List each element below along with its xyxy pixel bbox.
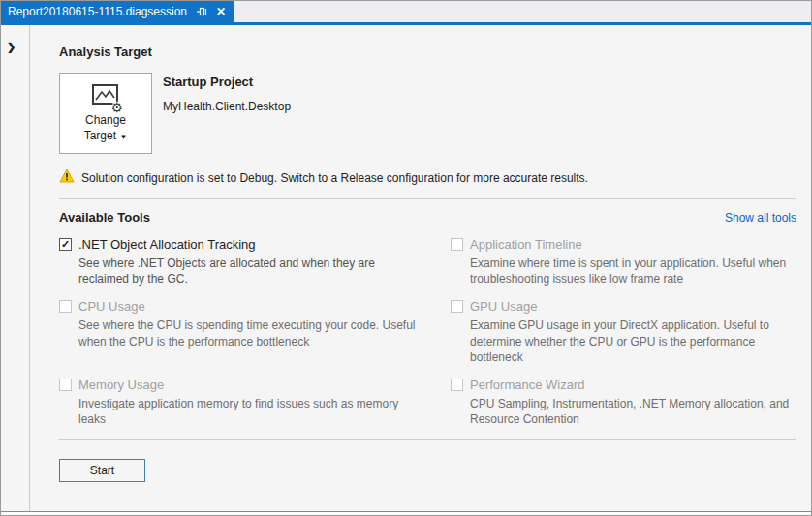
application-timeline-checkbox[interactable] [451, 238, 463, 251]
start-button[interactable]: Start [59, 459, 145, 482]
target-project-name: MyHealth.Client.Desktop [163, 100, 291, 113]
change-target-button[interactable]: ⚙ Change Target ▼ [59, 73, 152, 154]
window-bottom-edge [1, 511, 811, 515]
expand-panel-chevron-icon[interactable]: ❯ [7, 41, 29, 53]
tool-label: Memory Usage [78, 378, 164, 392]
tool-description: See where .NET Objects are allocated and… [78, 256, 423, 287]
tool-description: CPU Sampling, Instrumentation, .NET Memo… [470, 396, 796, 427]
show-all-tools-link[interactable]: Show all tools [725, 211, 796, 225]
content-area: ❯ Analysis Target ⚙ Change Target [1, 25, 811, 511]
available-tools-header: Available Tools Show all tools [59, 210, 796, 225]
tool-application-timeline: Application Timeline Examine where time … [451, 237, 796, 287]
tool-performance-wizard: Performance Wizard CPU Sampling, Instrum… [451, 378, 796, 427]
target-type-heading: Startup Project [163, 75, 291, 89]
tools-grid: ✓ .NET Object Allocation Tracking See wh… [59, 237, 796, 427]
target-row: ⚙ Change Target ▼ Startup Project MyHeal… [59, 73, 796, 154]
configuration-warning: Solution configuration is set to Debug. … [59, 168, 796, 187]
tool-head: CPU Usage [59, 299, 423, 314]
target-image-gear-icon: ⚙ [91, 83, 120, 110]
tool-label: CPU Usage [78, 299, 145, 314]
dropdown-caret-icon: ▼ [119, 133, 127, 141]
start-row: Start [59, 459, 796, 482]
net-object-allocation-checkbox[interactable]: ✓ [59, 238, 72, 251]
tool-description: Investigate application memory to find i… [78, 396, 423, 427]
tool-gpu-usage: GPU Usage Examine GPU usage in your Dire… [451, 299, 796, 365]
close-icon[interactable]: ✕ [216, 6, 226, 17]
collapsed-side-panel: ❯ [1, 25, 30, 511]
tool-description: See where the CPU is spending time execu… [78, 318, 423, 349]
document-tab-strip: Report20180615-1115.diagsession ✕ [1, 1, 811, 22]
warning-triangle-icon [59, 168, 75, 187]
tool-head: GPU Usage [451, 299, 796, 314]
tool-head: Memory Usage [59, 378, 423, 392]
diagnostics-window: Report20180615-1115.diagsession ✕ ❯ Anal… [0, 0, 812, 516]
gpu-usage-checkbox[interactable] [451, 300, 463, 313]
tool-label[interactable]: .NET Object Allocation Tracking [78, 237, 256, 252]
available-tools-heading: Available Tools [59, 210, 150, 225]
tool-net-object-allocation-tracking: ✓ .NET Object Allocation Tracking See wh… [59, 237, 423, 287]
tool-head: Performance Wizard [451, 378, 796, 392]
tool-label: GPU Usage [470, 299, 537, 314]
tab-title: Report20180615-1115.diagsession [8, 5, 187, 18]
divider [59, 198, 796, 199]
diagsession-launch-page: Analysis Target ⚙ Change Target ▼ [30, 25, 811, 511]
tool-description: Examine GPU usage in your DirectX applic… [470, 318, 796, 365]
tool-head: Application Timeline [451, 237, 796, 252]
tool-description: Examine where time is spent in your appl… [470, 256, 796, 287]
tool-memory-usage: Memory Usage Investigate application mem… [59, 378, 423, 427]
pin-icon[interactable] [196, 6, 207, 17]
memory-usage-checkbox[interactable] [59, 379, 72, 391]
analysis-target-heading: Analysis Target [59, 45, 796, 59]
change-target-label: Change Target ▼ [84, 113, 128, 143]
tool-label: Performance Wizard [470, 378, 584, 392]
divider [59, 439, 796, 440]
cpu-usage-checkbox[interactable] [59, 300, 72, 313]
tab-diagsession[interactable]: Report20180615-1115.diagsession ✕ [1, 1, 234, 22]
tool-cpu-usage: CPU Usage See where the CPU is spending … [59, 299, 423, 365]
warning-text: Solution configuration is set to Debug. … [81, 171, 588, 185]
tool-head: ✓ .NET Object Allocation Tracking [59, 237, 423, 252]
tool-label: Application Timeline [470, 237, 582, 252]
gear-icon: ⚙ [110, 101, 123, 114]
performance-wizard-checkbox[interactable] [451, 379, 463, 391]
target-info: Startup Project MyHealth.Client.Desktop [163, 73, 291, 154]
